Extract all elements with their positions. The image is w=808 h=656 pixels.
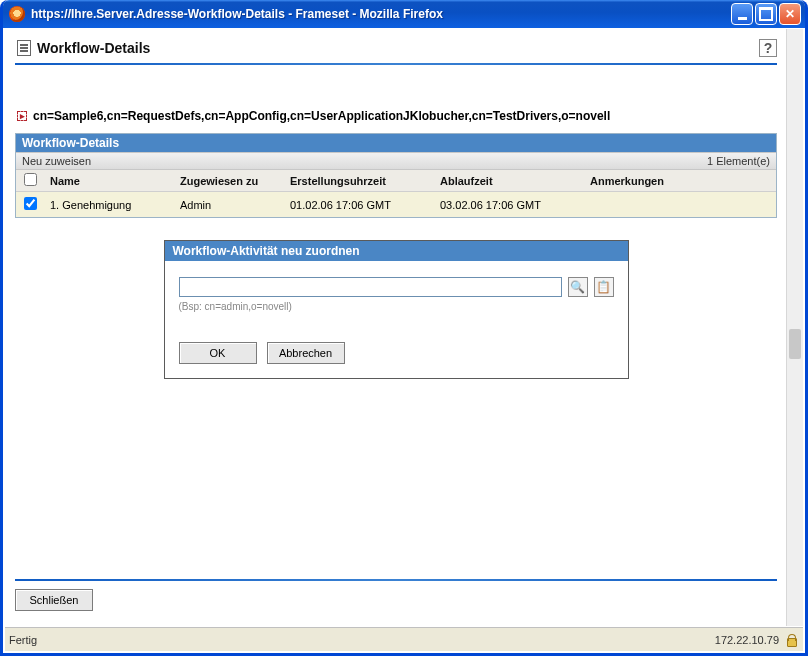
- divider: [15, 579, 777, 581]
- history-icon[interactable]: 📋: [594, 277, 614, 297]
- marker-icon: ▸: [17, 111, 27, 121]
- firefox-icon: [9, 6, 25, 22]
- ok-button[interactable]: OK: [179, 342, 257, 364]
- lock-icon: [785, 634, 797, 646]
- cell-assigned-to: Admin: [172, 192, 282, 218]
- element-count: 1 Element(e): [707, 155, 770, 167]
- input-hint: (Bsp: cn=admin,o=novell): [179, 301, 614, 312]
- search-icon[interactable]: 🔍: [568, 277, 588, 297]
- statusbar: Fertig 172.22.10.79: [5, 627, 803, 651]
- close-window-button[interactable]: [779, 3, 801, 25]
- row-checkbox[interactable]: [24, 197, 37, 210]
- client-area: Workflow-Details ? ▸ cn=Sample6,cn=Reque…: [5, 29, 803, 651]
- workflow-table: Name Zugewiesen zu Erstellungsuhrzeit Ab…: [16, 170, 776, 217]
- scrollbar-thumb[interactable]: [789, 329, 801, 359]
- workflow-details-panel: Workflow-Details Neu zuweisen 1 Element(…: [15, 133, 777, 218]
- col-checkbox: [16, 170, 42, 192]
- cell-created: 01.02.06 17:06 GMT: [282, 192, 432, 218]
- cell-name: 1. Genehmigung: [42, 192, 172, 218]
- panel-title: Workflow-Details: [16, 134, 776, 152]
- maximize-button[interactable]: [755, 3, 777, 25]
- page-header: Workflow-Details ?: [15, 35, 777, 63]
- cancel-button[interactable]: Abbrechen: [267, 342, 345, 364]
- dialog-title: Workflow-Aktivität neu zuordnen: [165, 241, 628, 261]
- page-title: Workflow-Details: [37, 40, 150, 56]
- help-button[interactable]: ?: [759, 39, 777, 57]
- reassign-dialog: Workflow-Aktivität neu zuordnen 🔍 📋 (Bsp…: [164, 240, 629, 379]
- close-button[interactable]: Schließen: [15, 589, 93, 611]
- page-content: Workflow-Details ? ▸ cn=Sample6,cn=Reque…: [5, 29, 785, 626]
- table-row[interactable]: 1. Genehmigung Admin 01.02.06 17:06 GMT …: [16, 192, 776, 218]
- cell-expires: 03.02.06 17:06 GMT: [432, 192, 582, 218]
- col-expires: Ablaufzeit: [432, 170, 582, 192]
- divider: [15, 63, 777, 65]
- titlebar: https://Ihre.Server.Adresse-Workflow-Det…: [3, 0, 805, 28]
- window-title: https://Ihre.Server.Adresse-Workflow-Det…: [31, 7, 731, 21]
- reassign-action[interactable]: Neu zuweisen: [22, 155, 91, 167]
- dn-text: cn=Sample6,cn=RequestDefs,cn=AppConfig,c…: [33, 109, 610, 123]
- col-comments: Anmerkungen: [582, 170, 776, 192]
- col-name: Name: [42, 170, 172, 192]
- status-left: Fertig: [9, 634, 37, 646]
- select-all-checkbox[interactable]: [24, 173, 37, 186]
- col-assigned-to: Zugewiesen zu: [172, 170, 282, 192]
- panel-toolbar: Neu zuweisen 1 Element(e): [16, 152, 776, 170]
- assignee-input[interactable]: [179, 277, 562, 297]
- col-created: Erstellungsuhrzeit: [282, 170, 432, 192]
- browser-window: https://Ihre.Server.Adresse-Workflow-Det…: [0, 0, 808, 656]
- cell-comments: [582, 192, 776, 218]
- document-icon: [17, 40, 31, 56]
- status-host: 172.22.10.79: [715, 634, 779, 646]
- window-controls: [731, 3, 801, 25]
- minimize-button[interactable]: [731, 3, 753, 25]
- vertical-scrollbar[interactable]: [786, 29, 803, 626]
- dn-breadcrumb: ▸ cn=Sample6,cn=RequestDefs,cn=AppConfig…: [15, 105, 777, 133]
